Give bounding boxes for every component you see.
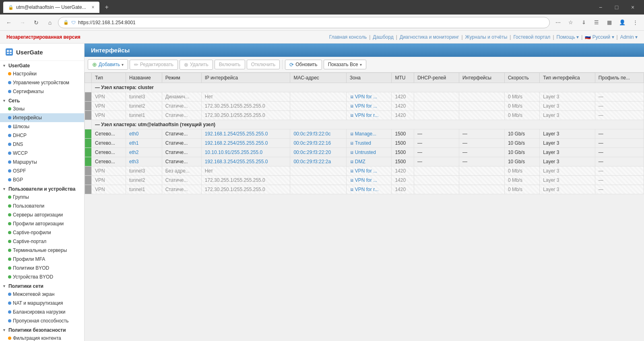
sidebar-item-balancer[interactable]: Балансировка нагрузки [0,308,84,316]
win-maximize-btn[interactable]: □ [609,0,625,15]
table-row[interactable]: VPN tunnel3 Динамич... Нет 🖥VPN for ... … [85,92,644,102]
sidebar-item-term-servers[interactable]: Терминальные серверы [0,246,84,255]
unregistered-notice[interactable]: Незарегистрированная версия [6,34,80,40]
nav-guest-portal[interactable]: Гостевой портал [513,34,550,40]
sidebar-item-zones[interactable]: Зоны [0,104,84,113]
nav-lang[interactable]: 🇷🇺 Русский ▾ [585,34,614,40]
sidebar-item-captive-portal[interactable]: Captive-портал [0,237,84,246]
bookmark-btn[interactable]: ☆ [565,17,576,28]
row-mac: 00:0c:29:f3:22:16 [290,139,346,148]
address-bar[interactable]: 🔒 🛡 https://192.168.1.254:8001 [58,17,550,28]
nav-main-console[interactable]: Главная консоль [329,34,367,40]
nav-admin[interactable]: Admin ▾ [620,34,638,40]
table-row[interactable]: Сетево... eth2 Статиче... 10.10.10.91/25… [85,148,644,157]
win-close-btn[interactable]: × [625,0,641,15]
sidebar-item-dhcp[interactable]: DHCP [0,131,84,140]
sidebar-item-ospf[interactable]: OSPF [0,166,84,175]
row-name[interactable]: eth1 [126,139,162,148]
win-minimize-btn[interactable]: − [592,0,609,15]
disable-btn[interactable]: Отключить [247,60,280,69]
sidebar-item-byod-policies[interactable]: Политики BYOD [0,264,84,272]
extensions-btn[interactable]: ⋯ [552,17,564,28]
sidebar: UserGate ▼ UserGate Настройки Управление… [0,44,85,341]
profile-btn[interactable]: 👤 [617,17,628,28]
edit-btn[interactable]: ✏ Редактировать [130,60,178,70]
row-mtu: 1420 [392,166,414,176]
sidebar-item-dns[interactable]: DNS [0,140,84,149]
back-btn[interactable]: ← [3,17,14,28]
table-row[interactable]: VPN tunnel2 Статиче... 172.30.255.1/255.… [85,102,644,111]
row-name[interactable]: tunnel3 [126,166,162,176]
new-tab-btn[interactable]: + [102,4,112,11]
row-name[interactable]: eth0 [126,129,162,139]
forward-btn[interactable]: → [17,17,28,28]
sidebar-item-wccp[interactable]: WCCP [0,149,84,158]
reload-btn[interactable]: ↻ [31,17,42,28]
top-nav: Незарегистрированная версия Главная конс… [0,31,644,44]
row-name[interactable]: eth3 [126,157,162,166]
sidebar-item-gateways[interactable]: Шлюзы [0,122,84,131]
row-name[interactable]: tunnel2 [126,102,162,111]
show-all-btn[interactable]: Показать Все ▾ [324,60,366,69]
sidebar-item-device-mgmt[interactable]: Управление устройством [0,78,84,87]
sidebar-item-nat[interactable]: NAT и маршрутизация [0,299,84,308]
row-mtu: 1420 [392,102,414,111]
browser-tab[interactable]: 🔒 utm@elathaoftsin — UserGate... × [3,2,99,13]
table-row[interactable]: Сетево... eth1 Статиче... 192.168.2.254/… [85,139,644,148]
row-name[interactable]: tunnel1 [126,111,162,120]
sidebar-item-content-filter[interactable]: Фильтрация контента [0,334,84,341]
sidebar-label-wccp: WCCP [13,150,28,156]
tabs-btn[interactable]: ▦ [604,17,615,28]
menu-btn[interactable]: ⋮ [630,17,641,28]
dot-certs [8,90,11,93]
sidebar-item-auth-servers[interactable]: Серверы авторизации [0,210,84,219]
add-btn[interactable]: ⊕ Добавить ▾ [88,59,128,70]
home-btn[interactable]: ⌂ [44,17,56,28]
nav-dashboard[interactable]: Дашборд [373,34,393,40]
sidebar-item-auth-profiles[interactable]: Профили авторизации [0,219,84,228]
sidebar-item-interfaces[interactable]: Интерфейсы [0,113,84,122]
sidebar-item-byod-devices[interactable]: Устройства BYOD [0,272,84,281]
download-btn[interactable]: ⇓ [578,17,589,28]
sidebar-item-routes[interactable]: Маршруты [0,158,84,166]
table-row[interactable]: Сетево... eth3 Статиче... 192.168.3.254/… [85,157,644,166]
enable-btn[interactable]: Включить [215,60,245,69]
sidebar-item-mfa-profiles[interactable]: Профили MFA [0,255,84,264]
sidebar-item-usergate-root[interactable]: ▼ UserGate [0,61,84,69]
table-row[interactable]: VPN tunnel3 Без адре... Нет 🖥VPN for ...… [85,166,644,176]
table-row[interactable]: VPN tunnel1 Статиче... 172.30.250.1/255.… [85,111,644,120]
svg-rect-1 [7,50,9,52]
nav-logs[interactable]: Журналы и отчёты [465,34,508,40]
sidebar-item-sec-policies-root[interactable]: ▼ Политики безопасности [0,325,84,334]
refresh-btn[interactable]: ⟳ Обновить [285,60,322,70]
sidebar-label-routes: Маршруты [13,159,37,165]
dot-wccp [8,152,11,155]
sidebar-item-bandwidth[interactable]: Пропускная способность [0,316,84,325]
table-row[interactable]: Сетево... eth0 Статиче... 192.168.1.254/… [85,129,644,139]
delete-btn[interactable]: ⊗ Удалить [180,60,213,70]
sidebar-item-certs[interactable]: Сертификаты [0,87,84,96]
sidebar-item-bgp[interactable]: BGP [0,175,84,184]
sidebar-item-captive-profiles[interactable]: Captive-профили [0,228,84,237]
row-mode: Статиче... [162,157,201,166]
row-iface-type: Layer 3 [540,148,595,157]
sidebar-item-groups[interactable]: Группы [0,193,84,202]
sidebar-item-network-root[interactable]: ▼ Сеть [0,96,84,104]
sidebar-item-users[interactable]: Пользователи [0,202,84,210]
row-status-indicator [85,129,92,139]
nav-diagnostics[interactable]: Диагностика и мониторинг [400,34,459,40]
table-row[interactable]: VPN tunnel2 Статиче... 172.30.255.1/255.… [85,176,644,185]
row-name[interactable]: tunnel2 [126,176,162,185]
sidebar-item-firewall[interactable]: Межсетевой экран [0,290,84,299]
row-name[interactable]: eth2 [126,148,162,157]
sidebar-item-settings[interactable]: Настройки [0,69,84,78]
nav-help[interactable]: Помощь ▾ [557,34,579,40]
row-name[interactable]: tunnel1 [126,185,162,194]
tab-close-btn[interactable]: × [92,4,95,10]
bookmarks-list-btn[interactable]: ☰ [591,17,602,28]
table-row[interactable]: VPN tunnel1 Статиче... 172.30.250.1/255.… [85,185,644,194]
row-name[interactable]: tunnel3 [126,92,162,102]
sidebar-item-net-policies-root[interactable]: ▼ Политики сети [0,281,84,290]
sidebar-item-users-root[interactable]: ▼ Пользователи и устройства [0,184,84,193]
row-speed: 10 Gb/s [504,129,539,139]
